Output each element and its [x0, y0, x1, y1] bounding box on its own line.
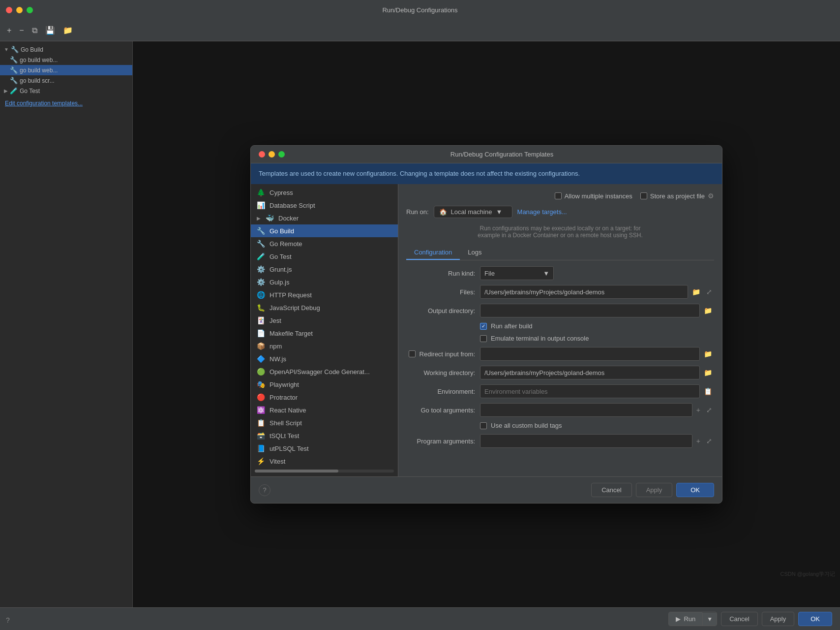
folder-config-button[interactable]: 📁 [60, 24, 76, 37]
files-expand-button[interactable]: ⤢ [704, 287, 714, 297]
close-button[interactable] [6, 7, 12, 13]
utplsql-icon: 📘 [257, 444, 266, 452]
template-item-jest[interactable]: 🃏 Jest [251, 314, 398, 327]
working-directory-input[interactable] [480, 366, 700, 379]
go-tool-args-input[interactable] [480, 403, 692, 417]
tree-item-go-test[interactable]: ▶ 🧪 Go Test [0, 86, 132, 96]
custom-build-tags-checkbox[interactable] [480, 422, 487, 429]
manage-targets-link[interactable]: Manage targets... [517, 208, 567, 216]
template-item-docker[interactable]: ▶ 🐳 Docker [251, 212, 398, 224]
run-after-build-checkbox[interactable] [480, 323, 487, 330]
output-directory-folder-button[interactable]: 📁 [702, 306, 714, 315]
run-on-select[interactable]: 🏠 Local machine ▼ [434, 206, 512, 218]
template-item-openapi[interactable]: 🟢 OpenAPI/Swagger Code Generat... [251, 365, 398, 378]
template-item-vitest[interactable]: ⚡ Vitest [251, 455, 398, 468]
run-dropdown-button[interactable]: ▼ [702, 613, 717, 626]
template-item-utplsql[interactable]: 📘 utPLSQL Test [251, 442, 398, 455]
redirect-input-row: Redirect input from: 📁 [406, 347, 714, 361]
files-folder-button[interactable]: 📁 [690, 287, 702, 297]
template-label: Docker [278, 215, 299, 222]
dialog-close-icon[interactable] [259, 151, 265, 158]
template-item-shell-script[interactable]: 📋 Shell Script [251, 416, 398, 429]
template-item-go-remote[interactable]: 🔧 Go Remote [251, 237, 398, 250]
config-panel: Allow multiple instances Store as projec… [398, 184, 722, 476]
tab-logs[interactable]: Logs [460, 246, 489, 260]
run-kind-dropdown-icon: ▼ [543, 270, 549, 277]
list-scrollbar-thumb [255, 470, 338, 472]
template-item-react-native[interactable]: ⚛️ React Native [251, 404, 398, 416]
environment-table-button[interactable]: 📋 [702, 386, 714, 396]
template-item-js-debug[interactable]: 🐛 JavaScript Debug [251, 301, 398, 314]
add-config-button[interactable]: + [4, 24, 14, 37]
emulate-terminal-checkbox[interactable] [480, 335, 487, 342]
custom-build-tags-label: Use all custom build tags [491, 422, 562, 429]
go-tool-args-expand-button[interactable]: ⤢ [704, 405, 714, 415]
ok-button[interactable]: OK [676, 483, 714, 497]
dialog-maximize-icon[interactable] [278, 151, 285, 158]
template-item-cypress[interactable]: 🌲 Cypress [251, 186, 398, 199]
tab-configuration[interactable]: Configuration [406, 246, 460, 260]
gulp-icon: ⚙️ [257, 278, 266, 286]
minimize-button[interactable] [16, 7, 23, 13]
tree-item-go-build[interactable]: ▼ 🔧 Go Build [0, 44, 132, 55]
tree-item-go-build-scr[interactable]: 🔧 go build scr... [0, 75, 132, 86]
remove-config-button[interactable]: − [16, 24, 27, 37]
redirect-input[interactable] [480, 347, 700, 361]
environment-input[interactable] [480, 384, 700, 398]
project-tree: ▼ 🔧 Go Build 🔧 go build web... 🔧 go buil… [0, 41, 133, 607]
redirect-input-checkbox[interactable] [409, 350, 416, 357]
docker-icon: 🐳 [266, 214, 274, 222]
maximize-button[interactable] [27, 7, 33, 13]
dialog-minimize-icon[interactable] [269, 151, 275, 158]
allow-multiple-instances-checkbox[interactable] [555, 192, 562, 199]
template-item-tsqlt[interactable]: 🗃️ tSQLt Test [251, 429, 398, 442]
files-input[interactable] [480, 285, 688, 299]
template-item-go-test[interactable]: 🧪 Go Test [251, 250, 398, 263]
program-args-label: Program arguments: [406, 438, 475, 445]
template-item-playwright[interactable]: 🎭 Playwright [251, 378, 398, 391]
template-item-database-script[interactable]: 📊 Database Script [251, 199, 398, 212]
template-item-http-request[interactable]: 🌐 HTTP Request [251, 288, 398, 301]
program-args-expand-button[interactable]: ⤢ [704, 436, 714, 446]
jest-icon: 🃏 [257, 316, 266, 324]
run-kind-label: Run kind: [406, 270, 475, 277]
run-after-build-label: Run after build [491, 322, 533, 330]
template-item-protractor[interactable]: 🔴 Protractor [251, 391, 398, 404]
bottom-cancel-button[interactable]: Cancel [721, 612, 757, 626]
save-config-button[interactable]: 💾 [42, 24, 58, 37]
question-icon[interactable]: ? [6, 616, 10, 624]
help-button[interactable]: ? [259, 484, 270, 496]
run-button[interactable]: ▶ Run [669, 612, 702, 626]
shell-script-icon: 📋 [257, 419, 266, 427]
bottom-apply-button[interactable]: Apply [762, 612, 795, 626]
edit-config-link[interactable]: Edit configuration templates... [0, 96, 132, 111]
bottom-ok-button[interactable]: OK [798, 612, 832, 626]
go-tool-args-input-group: + ⤢ [480, 403, 714, 417]
go-tool-args-plus-button[interactable]: + [694, 405, 702, 415]
redirect-input-group: 📁 [480, 347, 714, 361]
tree-item-label: go build web... [20, 57, 58, 63]
copy-config-button[interactable]: ⧉ [29, 24, 40, 37]
redirect-input-folder-button[interactable]: 📁 [702, 349, 714, 359]
apply-button[interactable]: Apply [636, 483, 673, 497]
tree-item-go-build-web1[interactable]: 🔧 go build web... [0, 55, 132, 65]
cancel-button[interactable]: Cancel [591, 483, 631, 497]
program-args-input[interactable] [480, 434, 692, 448]
run-kind-select[interactable]: File ▼ [480, 266, 554, 280]
template-item-npm[interactable]: 📦 npm [251, 340, 398, 352]
template-item-go-build[interactable]: 🔧 Go Build [251, 224, 398, 237]
template-label: Go Test [270, 253, 292, 260]
template-item-grunt[interactable]: ⚙️ Grunt.js [251, 263, 398, 276]
template-item-nwjs[interactable]: 🔷 NW.js [251, 352, 398, 365]
program-args-plus-button[interactable]: + [694, 436, 702, 446]
dialog-body: 🌲 Cypress 📊 Database Script ▶ 🐳 Docker [251, 184, 722, 476]
tree-item-go-build-web2[interactable]: 🔧 go build web... [0, 65, 132, 75]
gear-icon[interactable]: ⚙ [708, 192, 714, 200]
template-item-makefile[interactable]: 📄 Makefile Target [251, 327, 398, 340]
template-list: 🌲 Cypress 📊 Database Script ▶ 🐳 Docker [251, 184, 398, 476]
info-banner: Templates are used to create new configu… [251, 163, 722, 184]
template-item-gulp[interactable]: ⚙️ Gulp.js [251, 276, 398, 288]
working-directory-folder-button[interactable]: 📁 [702, 368, 714, 378]
store-as-project-file-checkbox[interactable] [640, 192, 647, 199]
output-directory-input[interactable] [480, 304, 700, 317]
